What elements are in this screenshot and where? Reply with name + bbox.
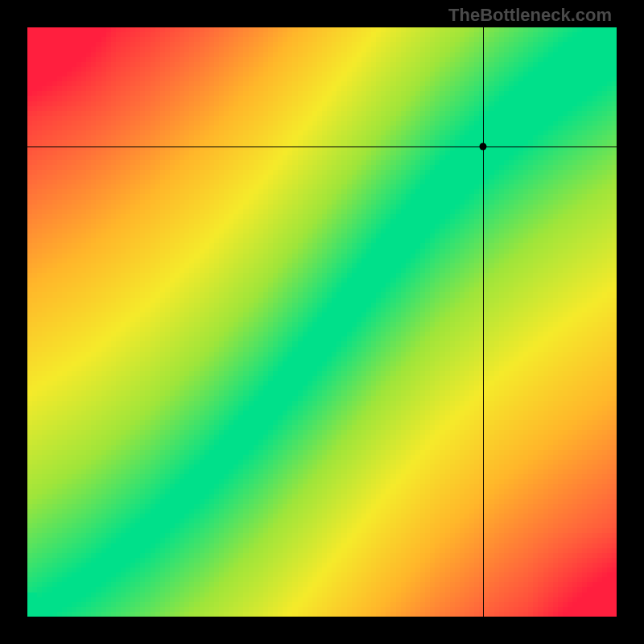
heatmap-canvas <box>27 27 617 617</box>
crosshair-vertical <box>483 27 484 617</box>
chart-frame: TheBottleneck.com <box>0 0 644 644</box>
heatmap-plot <box>27 27 617 617</box>
marker-point <box>479 142 486 150</box>
crosshair-horizontal <box>27 147 617 147</box>
watermark-text: TheBottleneck.com <box>448 5 612 26</box>
